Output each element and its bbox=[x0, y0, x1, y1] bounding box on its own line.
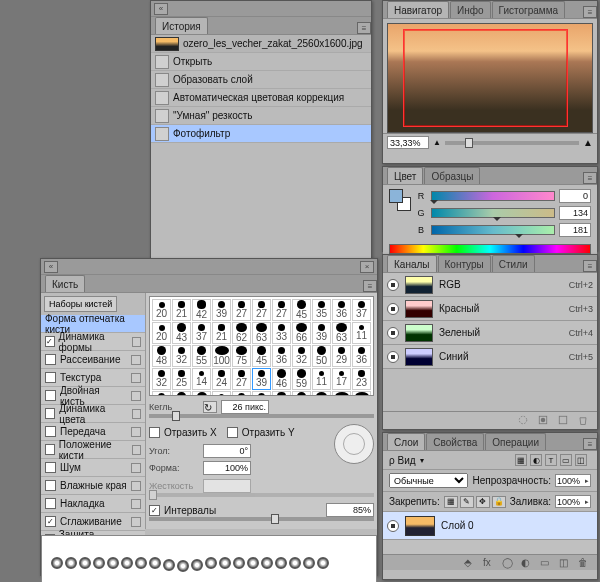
color-ramp[interactable] bbox=[389, 244, 591, 254]
brush-tip[interactable]: 21 bbox=[172, 299, 191, 321]
visibility-eye-icon[interactable] bbox=[387, 520, 399, 532]
navigator-viewport-rect[interactable] bbox=[403, 29, 568, 127]
brush-tip[interactable]: 63 bbox=[252, 322, 271, 344]
brush-tip[interactable]: 36 bbox=[332, 299, 351, 321]
size-slider[interactable] bbox=[149, 414, 374, 418]
brush-tip[interactable]: 37 bbox=[192, 322, 211, 344]
brush-tip[interactable]: 62 bbox=[232, 322, 251, 344]
adjustment-icon[interactable]: ◐ bbox=[521, 557, 532, 568]
option-checkbox[interactable] bbox=[45, 354, 56, 365]
brush-tip[interactable]: 112 bbox=[332, 391, 351, 396]
lock-icon[interactable] bbox=[132, 409, 141, 419]
lock-icon[interactable] bbox=[131, 373, 141, 383]
brush-tip[interactable]: 63 bbox=[332, 322, 351, 344]
history-step[interactable]: Автоматическая цветовая коррекция bbox=[151, 89, 371, 107]
brush-tip[interactable]: 36 bbox=[152, 391, 171, 396]
brush-tip[interactable]: 27 bbox=[272, 299, 291, 321]
brush-tip[interactable]: 21 bbox=[212, 322, 231, 344]
link-icon[interactable]: ⬘ bbox=[464, 557, 475, 568]
filter-pixel-icon[interactable]: ▦ bbox=[515, 454, 527, 466]
lock-icon[interactable] bbox=[131, 517, 141, 527]
zoom-value-input[interactable]: 33,33% bbox=[387, 136, 429, 149]
brush-tip[interactable]: 42 bbox=[272, 391, 291, 396]
brush-tip[interactable]: 32 bbox=[172, 345, 191, 367]
r-input[interactable]: 0 bbox=[559, 189, 591, 203]
lock-all-icon[interactable]: 🔒 bbox=[492, 496, 506, 508]
brush-tip[interactable]: 134 bbox=[352, 391, 371, 396]
layer-thumbnail[interactable] bbox=[405, 516, 435, 536]
brush-tip[interactable]: 27 bbox=[232, 368, 251, 390]
brush-option[interactable]: Шум bbox=[41, 459, 145, 477]
brush-presets-button[interactable]: Наборы кистей bbox=[44, 296, 117, 312]
visibility-eye-icon[interactable] bbox=[387, 279, 399, 291]
brush-tip[interactable]: 75 bbox=[232, 345, 251, 367]
lock-icon[interactable] bbox=[131, 481, 141, 491]
tab-navigator[interactable]: Навигатор bbox=[387, 1, 449, 18]
trash-icon[interactable] bbox=[577, 414, 589, 426]
spacing-slider[interactable] bbox=[149, 517, 374, 521]
brush-titlebar[interactable]: « × bbox=[41, 259, 377, 275]
collapse-icon[interactable]: « bbox=[154, 3, 168, 15]
save-selection-icon[interactable] bbox=[537, 414, 549, 426]
brush-option[interactable]: Влажные края bbox=[41, 477, 145, 495]
visibility-eye-icon[interactable] bbox=[387, 327, 399, 339]
collapse-icon[interactable]: « bbox=[44, 261, 58, 273]
brush-tip[interactable]: 14 bbox=[192, 368, 211, 390]
brush-option[interactable]: ✓Динамика формы bbox=[41, 333, 145, 351]
brush-tip[interactable]: 17 bbox=[332, 368, 351, 390]
brush-tip[interactable]: 11 bbox=[352, 322, 371, 344]
lock-icon[interactable] bbox=[131, 391, 141, 401]
lock-icon[interactable] bbox=[131, 427, 141, 437]
brush-tip[interactable]: 24 bbox=[212, 368, 231, 390]
filter-adjust-icon[interactable]: ◐ bbox=[530, 454, 542, 466]
opacity-input[interactable]: 100% bbox=[555, 474, 591, 487]
brush-tip[interactable]: 32 bbox=[292, 345, 311, 367]
brush-option[interactable]: Положение кисти bbox=[41, 441, 145, 459]
brush-tip[interactable]: 45 bbox=[252, 345, 271, 367]
zoom-slider[interactable] bbox=[445, 141, 579, 145]
brush-tip[interactable]: 42 bbox=[192, 299, 211, 321]
brush-tip[interactable]: 39 bbox=[312, 322, 331, 344]
tab-styles[interactable]: Стили bbox=[492, 255, 535, 272]
option-checkbox[interactable] bbox=[45, 444, 55, 455]
option-checkbox[interactable] bbox=[45, 426, 56, 437]
filter-type-icon[interactable]: T bbox=[545, 454, 557, 466]
filter-shape-icon[interactable]: ▭ bbox=[560, 454, 572, 466]
brush-tip[interactable]: 60 bbox=[192, 391, 211, 396]
load-selection-icon[interactable] bbox=[517, 414, 529, 426]
option-checkbox[interactable] bbox=[45, 390, 56, 401]
mask-icon[interactable]: ◯ bbox=[502, 557, 513, 568]
brush-tip[interactable]: 33 bbox=[272, 322, 291, 344]
g-input[interactable]: 134 bbox=[559, 206, 591, 220]
kind-dropdown-icon[interactable]: ▾ bbox=[420, 456, 424, 465]
brush-tip[interactable]: 20 bbox=[152, 299, 171, 321]
brush-tip[interactable]: 20 bbox=[152, 322, 171, 344]
brush-tip[interactable]: 46 bbox=[272, 368, 291, 390]
tab-paths[interactable]: Контуры bbox=[438, 255, 491, 272]
angle-roundness-control[interactable] bbox=[334, 424, 374, 464]
brush-tip[interactable]: 23 bbox=[352, 368, 371, 390]
brush-tip[interactable]: 66 bbox=[292, 322, 311, 344]
history-step[interactable]: "Умная" резкость bbox=[151, 107, 371, 125]
g-slider[interactable] bbox=[431, 208, 555, 218]
panel-menu-icon[interactable]: ≡ bbox=[583, 260, 597, 272]
fill-input[interactable]: 100% bbox=[555, 495, 591, 508]
lock-pixels-icon[interactable]: ✎ bbox=[460, 496, 474, 508]
brush-tip[interactable]: 45 bbox=[292, 299, 311, 321]
brush-option[interactable]: Динамика цвета bbox=[41, 405, 145, 423]
layer-row[interactable]: Слой 0 bbox=[383, 512, 597, 540]
option-checkbox[interactable] bbox=[45, 462, 56, 473]
history-source-row[interactable]: ozero_les_vecher_zakat_2560x1600.jpg bbox=[151, 35, 371, 53]
channel-row[interactable]: ЗеленыйCtrl+4 bbox=[383, 321, 597, 345]
lock-position-icon[interactable]: ✥ bbox=[476, 496, 490, 508]
brush-tip[interactable]: 32 bbox=[152, 368, 171, 390]
panel-menu-icon[interactable]: ≡ bbox=[583, 6, 597, 18]
lock-icon[interactable] bbox=[131, 499, 141, 509]
tab-histogram[interactable]: Гистограмма bbox=[492, 1, 566, 18]
option-checkbox[interactable]: ✓ bbox=[45, 336, 55, 347]
brush-tip[interactable]: 14 bbox=[212, 391, 231, 396]
brush-tip[interactable]: 33 bbox=[252, 391, 271, 396]
tab-actions[interactable]: Операции bbox=[485, 433, 546, 450]
brush-tip[interactable]: 44 bbox=[172, 391, 191, 396]
brush-tip[interactable]: 48 bbox=[152, 345, 171, 367]
